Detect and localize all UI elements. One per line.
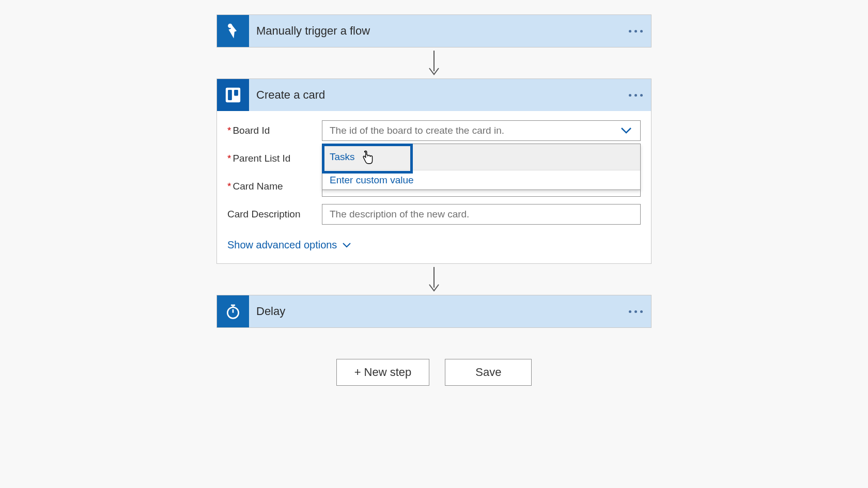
more-icon[interactable] xyxy=(620,310,651,313)
board-id-row: *Board Id The id of the board to create … xyxy=(227,120,641,141)
chevron-down-icon xyxy=(342,242,351,248)
parent-list-dropdown: Tasks Enter custom value xyxy=(322,144,641,190)
cursor-hand-icon xyxy=(361,150,375,166)
parent-list-row: *Parent List Id Tasks Enter custom value xyxy=(227,148,641,169)
dropdown-option-custom[interactable]: Enter custom value xyxy=(322,170,640,190)
board-id-label: *Board Id xyxy=(227,125,322,136)
svg-point-0 xyxy=(228,24,233,28)
arrow-down-icon xyxy=(427,266,441,293)
card-name-label: *Card Name xyxy=(227,181,322,192)
create-card-header[interactable]: Create a card xyxy=(217,79,651,111)
delay-title: Delay xyxy=(256,305,620,318)
card-desc-row: Card Description xyxy=(227,204,641,225)
new-step-button[interactable]: + New step xyxy=(336,359,430,386)
dropdown-option-tasks[interactable]: Tasks xyxy=(322,144,640,170)
svg-rect-3 xyxy=(228,90,232,100)
arrow-down-icon xyxy=(427,50,441,76)
card-desc-input[interactable] xyxy=(330,204,633,224)
timer-icon xyxy=(217,295,249,327)
step-delay[interactable]: Delay xyxy=(216,295,652,328)
trello-icon xyxy=(217,79,249,111)
more-icon[interactable] xyxy=(620,94,651,97)
parent-list-label: *Parent List Id xyxy=(227,153,322,164)
board-id-select[interactable]: The id of the board to create the card i… xyxy=(322,120,641,141)
trigger-icon xyxy=(217,15,249,47)
step-trigger[interactable]: Manually trigger a flow xyxy=(216,14,652,48)
chevron-down-icon xyxy=(621,127,632,134)
trigger-title: Manually trigger a flow xyxy=(256,24,620,38)
more-icon[interactable] xyxy=(620,30,651,33)
show-advanced-toggle[interactable]: Show advanced options xyxy=(227,239,351,251)
svg-rect-4 xyxy=(234,90,238,96)
step-create-card: Create a card *Board Id The id of the bo… xyxy=(216,78,652,264)
save-button[interactable]: Save xyxy=(445,359,532,386)
create-card-title: Create a card xyxy=(256,88,620,102)
card-desc-label: Card Description xyxy=(227,209,322,220)
